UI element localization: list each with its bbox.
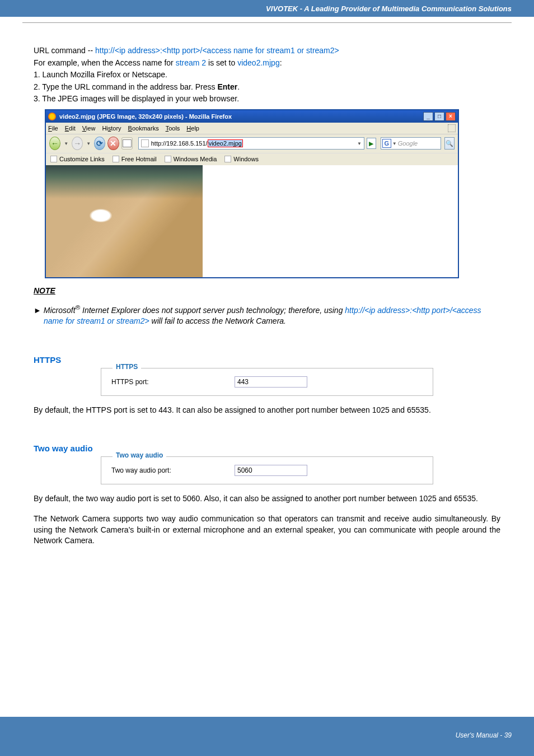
browser-window: video2.mjpg (JPEG Image, 320x240 pixels)… [45, 109, 459, 278]
search-bar[interactable]: G ▼ Google [381, 137, 441, 150]
bookmark-icon [224, 156, 231, 162]
https-heading: HTTPS [34, 355, 500, 365]
registered-mark: ® [76, 304, 81, 311]
https-port-label: HTTPS port: [111, 378, 235, 386]
menu-help[interactable]: Help [186, 125, 199, 132]
bookmarks-toolbar: Customize Links Free Hotmail Windows Med… [46, 153, 458, 165]
bookmark-customize-links[interactable]: Customize Links [50, 156, 105, 162]
bookmark-free-hotmail[interactable]: Free Hotmail [113, 156, 157, 162]
txt: : [280, 58, 282, 67]
reload-button[interactable]: ⟳ [94, 137, 105, 150]
address-bar[interactable]: http://192.168.5.151/video2.mjpg ▼ [138, 137, 364, 150]
throbber-icon [448, 124, 456, 132]
navigation-toolbar: ← ▼ → ▼ ⟳ ✕ http://192.168.5.151/video2.… [46, 134, 458, 153]
url-dropdown-icon[interactable]: ▼ [355, 141, 364, 146]
https-port-input[interactable] [235, 376, 307, 388]
maximize-button[interactable]: □ [434, 112, 444, 121]
back-dropdown-icon[interactable]: ▼ [64, 141, 68, 146]
bookmark-icon [113, 156, 119, 162]
back-button[interactable]: ← [49, 137, 60, 150]
minimize-button[interactable]: _ [423, 112, 433, 121]
https-description: By default, the HTTPS port is set to 443… [34, 405, 500, 416]
txt: Internet Explorer does not support serve… [80, 306, 345, 315]
step-3: 3. The JPEG images will be displayed in … [34, 94, 500, 105]
url-example-line: For example, when the Access name for st… [34, 58, 500, 69]
menu-bar: File Edit View History Bookmarks Tools H… [46, 123, 458, 134]
window-title: video2.mjpg (JPEG Image, 320x240 pixels)… [59, 113, 232, 120]
url-cmd-pattern: http://<ip address>:<http port>/<access … [95, 46, 339, 55]
https-legend: HTTPS [113, 363, 141, 371]
bookmark-windows[interactable]: Windows [224, 156, 259, 162]
menu-view[interactable]: View [82, 125, 96, 132]
url-cmd-prefix: URL command -- [34, 46, 95, 55]
close-button[interactable]: × [446, 112, 456, 121]
search-placeholder: Google [397, 140, 441, 147]
two-way-audio-desc-2: The Network Camera supports two way audi… [34, 514, 500, 547]
stop-button[interactable]: ✕ [107, 137, 119, 150]
page-header: VIVOTEK - A Leading Provider of Multimed… [0, 0, 534, 17]
txt: For example, when the Access name for [34, 58, 176, 67]
url-text-prefix: http://192.168.5.151/ [151, 140, 208, 147]
two-way-audio-fieldset: Two way audio Two way audio port: [101, 456, 433, 484]
search-engine-dropdown-icon[interactable]: ▼ [392, 141, 397, 146]
menu-file[interactable]: File [48, 125, 58, 132]
two-way-audio-port-input[interactable] [235, 465, 307, 476]
two-way-audio-legend: Two way audio [113, 451, 166, 459]
txt: Microsoft [41, 306, 76, 315]
step-2: 2. Type the URL command in the address b… [34, 82, 500, 93]
step-1: 1. Launch Mozilla Firefox or Netscape. [34, 69, 500, 81]
main-content: URL command -- http://<ip address>:<http… [0, 23, 534, 547]
menu-edit[interactable]: Edit [65, 125, 76, 132]
bookmark-icon [165, 156, 171, 162]
menu-tools[interactable]: Tools [166, 125, 180, 132]
menu-bookmarks[interactable]: Bookmarks [128, 125, 159, 132]
note-heading: NOTE [34, 286, 500, 295]
txt: will fail to access the Network Camera. [149, 316, 286, 325]
window-titlebar: video2.mjpg (JPEG Image, 320x240 pixels)… [46, 110, 458, 123]
bookmark-icon [50, 156, 57, 162]
go-button[interactable]: ▶ [367, 138, 376, 149]
firefox-icon [48, 113, 56, 120]
bookmark-label: Windows [233, 156, 259, 162]
txt: is set to [206, 58, 237, 67]
header-tagline: VIVOTEK - A Leading Provider of Multimed… [266, 4, 512, 13]
bookmark-windows-media[interactable]: Windows Media [165, 156, 217, 162]
two-way-audio-heading: Two way audio [34, 444, 500, 453]
home-button[interactable] [121, 137, 133, 150]
txt: . [237, 82, 240, 91]
browser-viewport [46, 165, 458, 277]
note-arrow-icon: ► [34, 306, 41, 315]
search-button[interactable] [444, 137, 455, 150]
note-body: ► Microsoft® Internet Explorer does not … [34, 303, 500, 327]
txt: 2. Type the URL command in the address b… [34, 82, 217, 91]
page-icon [141, 139, 149, 147]
https-fieldset: HTTPS HTTPS port: [101, 368, 433, 396]
bookmark-label: Free Hotmail [121, 156, 157, 162]
page-footer-bar [0, 717, 534, 756]
access-name-value: video2.mjpg [237, 58, 280, 67]
forward-button[interactable]: → [72, 137, 83, 150]
two-way-audio-desc-1: By default, the two way audio port is se… [34, 493, 500, 505]
google-icon[interactable]: G [382, 139, 391, 148]
enter-key: Enter [217, 82, 237, 91]
two-way-audio-port-label: Two way audio port: [111, 466, 235, 474]
stream-name: stream 2 [176, 58, 206, 67]
bookmark-label: Customize Links [59, 156, 105, 162]
two-way-audio-port-row: Two way audio port: [111, 465, 423, 476]
url-text-highlighted: video2.mjpg [208, 139, 243, 147]
jpeg-image [46, 165, 203, 277]
page-footer-text: User's Manual - 39 [456, 731, 512, 739]
url-command-line: URL command -- http://<ip address>:<http… [34, 45, 500, 57]
menu-history[interactable]: History [102, 125, 121, 132]
bookmark-label: Windows Media [174, 156, 217, 162]
forward-dropdown-icon[interactable]: ▼ [86, 141, 91, 146]
https-port-row: HTTPS port: [111, 376, 423, 388]
